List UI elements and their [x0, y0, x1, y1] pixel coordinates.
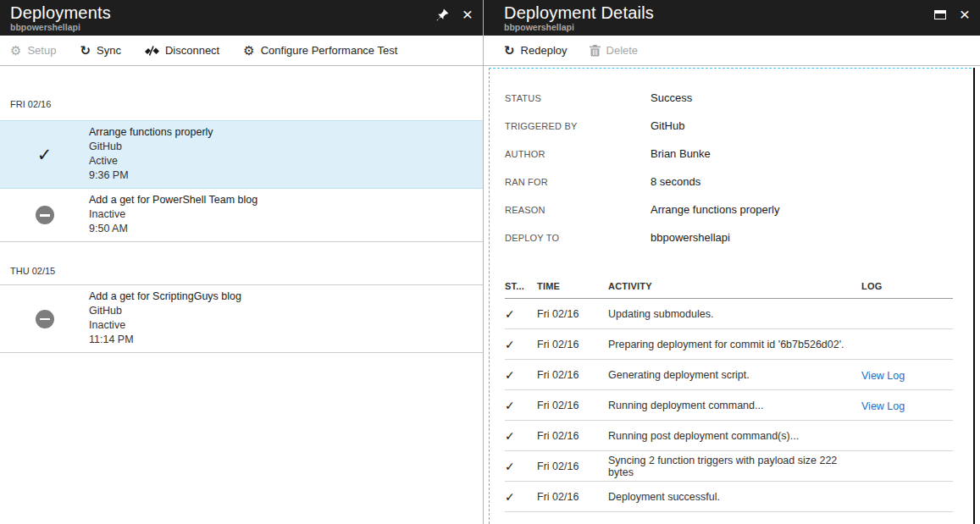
close-icon[interactable]: × [960, 8, 970, 21]
field-label: REASON [505, 205, 651, 215]
sync-button[interactable]: ↻ Sync [80, 44, 120, 57]
row-time-cell: Fri 02/16 [537, 339, 608, 350]
field-value: bbpowershellapi [651, 231, 730, 244]
gear-icon: ⚙ [10, 44, 21, 57]
page-subtitle: bbpowershellapi [10, 22, 473, 33]
row-activity-cell: Updating submodules. [608, 308, 861, 320]
deployment-item-line: 9:36 PM [89, 168, 213, 183]
field-label: DEPLOY TO [505, 233, 651, 243]
table-row: ✓Fri 02/16Preparing deployment for commi… [505, 329, 953, 360]
check-icon: ✓ [505, 490, 515, 504]
status-icon-column [0, 285, 89, 352]
row-activity-cell: Generating deployment script. [608, 369, 861, 381]
view-log-link[interactable]: View Log [861, 400, 905, 412]
setup-label: Setup [27, 44, 56, 57]
deployment-item-line: GitHub [89, 304, 241, 318]
row-status-cell: ✓ [505, 489, 537, 505]
deployments-toolbar: ⚙ Setup ↻ Sync Disconnect ⚙ Con [0, 36, 483, 66]
deployment-item-line: Add a get for PowerShell Team blog [89, 193, 257, 207]
redeploy-button[interactable]: ↻ Redeploy [504, 44, 568, 57]
field-value: Brian Bunke [651, 147, 711, 160]
column-header-activity: ACTIVITY [608, 281, 861, 291]
row-status-cell: ✓ [505, 306, 537, 322]
restore-icon[interactable] [934, 10, 946, 19]
row-activity-cell: Running deployment command... [608, 400, 861, 411]
delete-button[interactable]: Delete [590, 44, 639, 57]
row-time-cell: Fri 02/16 [537, 400, 608, 411]
field-label: RAN FOR [505, 177, 651, 187]
row-activity-cell: Syncing 2 function triggers with payload… [608, 455, 861, 478]
deployment-details-blade-header: Deployment Details bbpowershellapi × [484, 0, 980, 36]
deployment-item-text: Add a get for ScriptingGuys blogGitHubIn… [89, 285, 241, 352]
check-icon: ✓ [505, 399, 515, 412]
inactive-icon [36, 310, 54, 328]
table-row: ✓Fri 02/16Deployment successful. [505, 482, 953, 512]
date-group-label: THU 02/15 [10, 266, 483, 276]
row-time-cell: Fri 02/16 [537, 430, 608, 442]
close-icon[interactable]: × [462, 8, 473, 21]
check-icon: ✓ [505, 307, 515, 321]
view-log-link[interactable]: View Log [861, 370, 905, 382]
disconnect-label: Disconnect [165, 44, 219, 57]
row-time-cell: Fri 02/16 [537, 461, 608, 472]
deployment-item-line: 11:14 PM [89, 333, 241, 347]
redeploy-icon: ↻ [504, 44, 515, 57]
check-icon: ✓ [505, 368, 515, 382]
field-value: Success [651, 91, 692, 104]
inactive-icon [36, 206, 54, 224]
sync-label: Sync [97, 44, 121, 57]
check-icon: ✓ [505, 460, 515, 473]
check-icon: ✓ [505, 338, 515, 351]
row-status-cell: ✓ [505, 367, 537, 383]
table-row: ✓Fri 02/16Running deployment command...V… [505, 390, 953, 421]
detail-field-row: STATUSSuccess [505, 84, 953, 112]
field-value: Arrange functions properly [651, 203, 779, 216]
check-icon: ✓ [505, 429, 515, 443]
deployments-blade: Deployments bbpowershellapi × ⚙ Setup ↻ … [0, 0, 484, 524]
row-activity-cell: Preparing deployment for commit id '6b7b… [608, 339, 861, 350]
detail-field-row: DEPLOY TObbpowershellapi [505, 223, 953, 251]
row-activity-cell: Running post deployment command(s)... [608, 430, 861, 442]
deployment-list-item[interactable]: ✓Arrange functions properlyGitHubActive9… [0, 120, 483, 189]
details-toolbar: ↻ Redeploy Delete [484, 36, 980, 66]
table-row: ✓Fri 02/16Generating deployment script.V… [505, 360, 953, 390]
configure-performance-test-button[interactable]: ⚙ Configure Performance Test [243, 44, 397, 57]
field-label: TRIGGERED BY [505, 121, 651, 131]
row-status-cell: ✓ [505, 398, 537, 413]
field-label: STATUS [505, 93, 651, 103]
status-icon-column: ✓ [0, 121, 89, 188]
details-title: Deployment Details [504, 3, 970, 22]
delete-label: Delete [606, 44, 639, 57]
gear-icon: ⚙ [243, 44, 254, 57]
disconnect-button[interactable]: Disconnect [145, 44, 219, 57]
redeploy-label: Redeploy [521, 44, 568, 57]
details-content: STATUSSuccessTRIGGERED BYGitHubAUTHORBri… [489, 68, 972, 524]
deployment-list-item[interactable]: Add a get for PowerShell Team blogInacti… [0, 189, 483, 242]
setup-button[interactable]: ⚙ Setup [10, 44, 56, 57]
deployment-item-line: Add a get for ScriptingGuys blog [89, 290, 241, 304]
deployment-list-item[interactable]: Add a get for ScriptingGuys blogGitHubIn… [0, 284, 483, 353]
page-title: Deployments [10, 3, 473, 22]
azure-portal-page: Deployments bbpowershellapi × ⚙ Setup ↻ … [0, 0, 980, 524]
row-activity-cell: Deployment successful. [608, 491, 861, 503]
deployment-item-line: Arrange functions properly [89, 125, 213, 140]
deployment-item-line: 9:50 AM [89, 222, 257, 236]
deployment-item-line: GitHub [89, 140, 213, 154]
activity-log-table: ST... TIME ACTIVITY LOG ✓Fri 02/16Updati… [505, 273, 953, 512]
deployment-item-text: Arrange functions properlyGitHubActive9:… [89, 121, 213, 188]
pin-icon[interactable] [436, 8, 449, 21]
row-status-cell: ✓ [505, 428, 537, 444]
column-header-status: ST... [505, 281, 537, 291]
sync-icon: ↻ [80, 44, 91, 57]
row-status-cell: ✓ [505, 459, 537, 474]
detail-field-row: TRIGGERED BYGitHub [505, 112, 953, 140]
next-blade-edge [973, 68, 975, 524]
status-icon-column [0, 189, 89, 241]
field-value: GitHub [651, 119, 684, 132]
date-group-label: FRI 02/16 [10, 99, 483, 109]
deployment-fields: STATUSSuccessTRIGGERED BYGitHubAUTHORBri… [505, 84, 953, 251]
deployment-item-line: Inactive [89, 207, 257, 222]
deployment-item-line: Inactive [89, 318, 241, 333]
table-row: ✓Fri 02/16Syncing 2 function triggers wi… [505, 451, 953, 482]
deployment-details-blade: Deployment Details bbpowershellapi × ↻ R… [484, 0, 980, 524]
